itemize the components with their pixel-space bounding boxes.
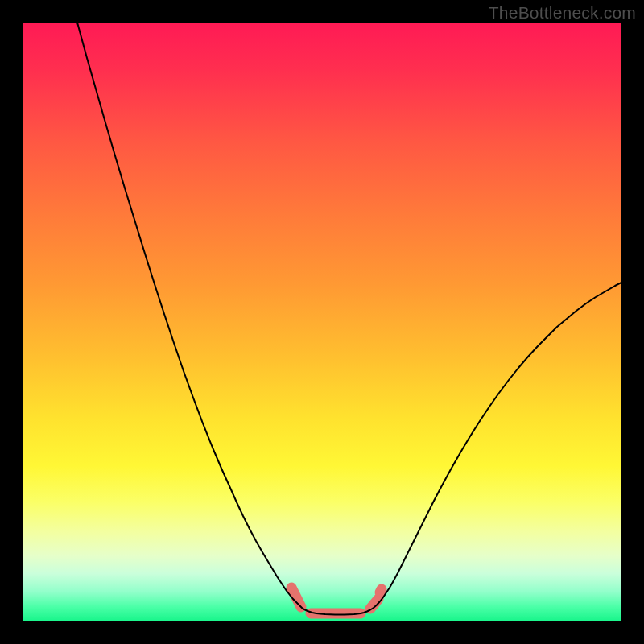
- bottleneck-curve: [77, 23, 621, 615]
- app-frame: TheBottleneck.com: [0, 0, 644, 644]
- plot-area: [23, 23, 621, 621]
- marker-dash-1: [291, 588, 301, 607]
- marker-dash-4: [380, 589, 382, 592]
- watermark-text: TheBottleneck.com: [489, 3, 636, 23]
- chart-svg: [23, 23, 621, 621]
